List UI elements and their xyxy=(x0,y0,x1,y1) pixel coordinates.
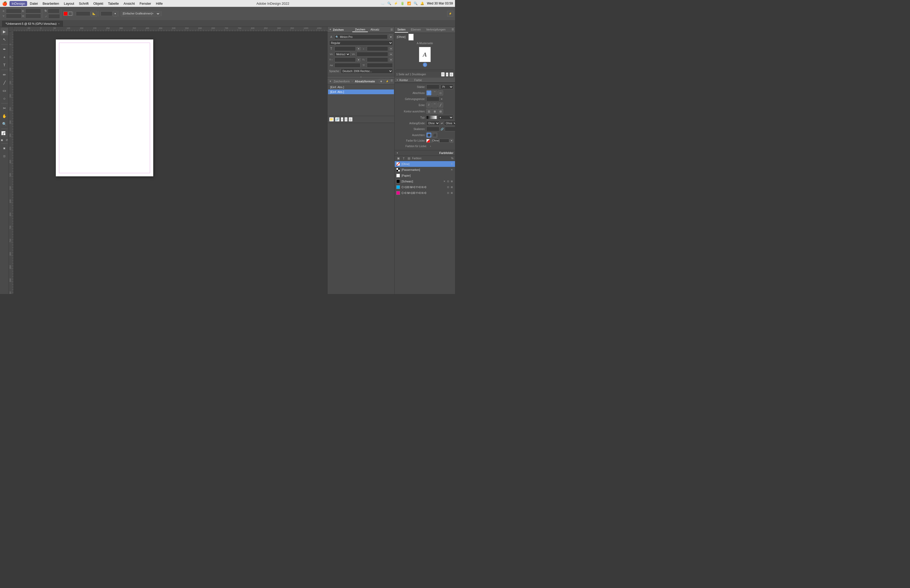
new-format-btn[interactable]: ⊕ xyxy=(379,79,384,84)
document-tab[interactable]: *Unbenannt-5 @ 63 % (GPU-Vorschau) × xyxy=(2,21,63,27)
delete-color-icon-passer[interactable]: ✕ xyxy=(450,168,453,171)
ende-select[interactable]: Ohne xyxy=(444,121,455,126)
pencil-tool[interactable]: ✏ xyxy=(1,71,8,78)
tab-seiten[interactable]: Seiten xyxy=(395,27,408,32)
font-browse-btn[interactable]: ▾ xyxy=(389,34,393,39)
menu-indesign[interactable]: InDesign xyxy=(10,1,27,6)
tab-absatzformate[interactable]: Absatzformate xyxy=(354,80,376,83)
hand-tool[interactable]: ✋ xyxy=(1,112,8,120)
tracking-up-btn[interactable]: ▾ xyxy=(389,52,393,56)
hscale-up-btn[interactable]: ▾ xyxy=(357,58,360,61)
right-panel-menu-btn[interactable]: ☰ xyxy=(451,27,455,32)
format-delete-btn[interactable]: 🗑 xyxy=(349,117,352,121)
v-scale-input[interactable]: 100 % xyxy=(367,57,388,62)
tracking-input[interactable]: 0 xyxy=(357,52,388,57)
farbe-item-papier[interactable]: [Papier] xyxy=(395,173,455,178)
typ-select[interactable]: ▾ xyxy=(438,115,453,120)
mode-btn-2[interactable]: ◫ xyxy=(1,152,8,160)
menu-layout[interactable]: Layout xyxy=(62,1,76,6)
ecke-miter-btn[interactable]: ┘ xyxy=(426,102,432,108)
seiten-settings-btn[interactable]: ⚙ xyxy=(441,72,445,77)
ausrichten-center-btn[interactable]: ⊡ xyxy=(426,109,432,114)
baseline-input[interactable]: 0 Pt xyxy=(335,63,360,68)
format-add-btn[interactable]: + xyxy=(341,117,343,121)
y-input[interactable] xyxy=(6,14,22,18)
abschluss-butt-btn[interactable]: | xyxy=(426,90,432,95)
selection-tool[interactable]: ▶ xyxy=(1,28,8,35)
vscale-up-btn[interactable]: ▾ xyxy=(389,58,393,61)
ausrichten-outside-btn[interactable]: ⊟ xyxy=(438,109,443,114)
fb-icon-1[interactable]: ▣ xyxy=(396,157,401,160)
fill-swatch[interactable] xyxy=(63,11,68,16)
color-btn[interactable]: ▣ xyxy=(0,138,4,142)
panel-resize-handle[interactable]: ⠿ xyxy=(328,76,394,78)
kontur-collapse-icon[interactable]: ▼ xyxy=(396,79,398,81)
apple-menu[interactable]: 🍎 xyxy=(2,1,7,6)
musterseite-thumb[interactable]: A 1 xyxy=(395,45,455,68)
line-tool[interactable]: ╱ xyxy=(1,79,8,86)
w-input[interactable] xyxy=(25,9,41,13)
rect-tool[interactable]: ▭ xyxy=(1,87,8,94)
size-up-btn[interactable]: ▾ xyxy=(357,47,360,50)
menu-tabelle[interactable]: Tabelle xyxy=(106,1,121,6)
mode-btn-1[interactable]: ▣ xyxy=(1,144,8,152)
zoom-tool[interactable]: 🔍 xyxy=(1,120,8,128)
farbfelder-collapse-icon[interactable]: ▼ xyxy=(396,152,398,154)
gehrung-input[interactable]: 4 xyxy=(426,97,440,101)
ecke-bevel-btn[interactable]: ╱ xyxy=(438,102,443,108)
tab-verknüpfungen[interactable]: Verknüpfungen xyxy=(423,27,448,32)
ausrichten-center2-btn[interactable]: ⬛ xyxy=(432,132,437,138)
zeichen-menu-btn[interactable]: ☰ xyxy=(391,28,393,31)
menu-datei[interactable]: Datei xyxy=(27,1,40,6)
menu-ansicht[interactable]: Ansicht xyxy=(121,1,137,6)
tab-zeichen[interactable]: Zeichen xyxy=(352,27,368,32)
farbe-item-cyan[interactable]: C=100 M=0 Y=0 K=0 ⊡ ⊞ xyxy=(395,184,455,190)
ellipse-tool[interactable]: ○ xyxy=(1,95,8,102)
font-input[interactable] xyxy=(335,34,388,39)
rotation-input[interactable]: 0 Pt xyxy=(48,9,60,13)
staerke-unit[interactable]: Pt xyxy=(441,84,453,89)
canvas-background[interactable] xyxy=(14,32,327,294)
width-measure-input[interactable]: 4.233 mm xyxy=(76,11,91,16)
font-size-input[interactable]: 12 Pt xyxy=(335,46,356,51)
measure-btn[interactable]: 📐 xyxy=(91,11,97,16)
farbe-lücke-swatch[interactable] xyxy=(426,139,430,143)
farbe-lücke-expand-btn[interactable]: ▾ xyxy=(450,139,453,143)
direct-selection-tool[interactable]: ↖ xyxy=(1,36,8,43)
stroke-swatch[interactable] xyxy=(68,11,73,16)
zoom-input[interactable]: 100 % xyxy=(100,11,112,16)
ausrichten-left-btn[interactable]: ⬛ xyxy=(426,132,432,138)
pen-tool[interactable]: ✒ xyxy=(1,45,8,53)
abschluss-square-btn[interactable]: □ xyxy=(438,90,443,95)
skalieren-input1[interactable]: 100 % xyxy=(426,127,440,131)
tab-ebenen[interactable]: Ebenen xyxy=(408,27,423,32)
format-folder-btn[interactable]: 📁 xyxy=(329,117,334,121)
ecke-round-btn[interactable]: ⌒ xyxy=(432,102,437,108)
menu-hilfe[interactable]: Hilfe xyxy=(154,1,165,6)
gehrung-close-icon[interactable]: ✕ xyxy=(441,98,443,100)
quick-apply-btn[interactable]: ⚡ xyxy=(447,11,453,16)
zeichen-panel-collapse[interactable]: ▼ Zeichen xyxy=(329,28,344,31)
ausrichten-inside-btn[interactable]: ⊞ xyxy=(432,109,437,114)
format-item-1[interactable]: [Einf. Abs.] xyxy=(328,85,394,89)
scissors-tool[interactable]: ✂ xyxy=(1,105,8,112)
font-style-select[interactable]: Regular xyxy=(329,40,393,45)
frame-select[interactable]: [Einfacher Grafikrahmen]+ xyxy=(121,11,160,16)
tab-zeichenform[interactable]: Zeichenform xyxy=(333,80,351,83)
leading-input[interactable]: 14.4 Pt xyxy=(367,46,388,51)
tab-close-btn[interactable]: × xyxy=(58,23,60,25)
format-item-2[interactable]: [Einf. Abs.] xyxy=(328,89,394,94)
none-btn[interactable]: ∅ xyxy=(5,138,9,142)
fb-icon-2[interactable]: T xyxy=(402,157,406,160)
menu-fenster[interactable]: Fenster xyxy=(137,1,153,6)
fb-icon-3[interactable]: ▤ xyxy=(407,157,411,160)
farbe-item-passer[interactable]: [Passermarken] ✕ xyxy=(395,167,455,173)
fill-stroke-indicator[interactable] xyxy=(1,131,8,137)
skalieren-input2[interactable]: 100 % xyxy=(445,127,455,131)
shear-input[interactable] xyxy=(48,14,60,19)
menu-objekt[interactable]: Objekt xyxy=(91,1,105,6)
zoom-btn[interactable]: ▾ xyxy=(113,11,118,16)
format-options-btn[interactable]: ☰ xyxy=(391,79,393,84)
menu-schrift[interactable]: Schrift xyxy=(77,1,91,6)
kerning-select[interactable]: Metrisch xyxy=(335,52,350,57)
